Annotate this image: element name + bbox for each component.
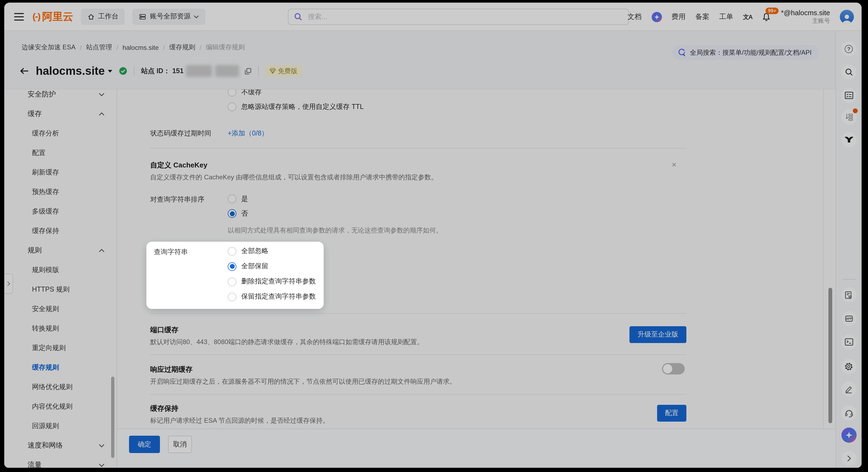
back-arrow-icon[interactable]: [20, 67, 29, 75]
sidebar-item-content-optimization-rules[interactable]: 内容优化规则: [4, 397, 117, 416]
query-string-label: 查询字符串: [154, 248, 188, 257]
sidebar-item-purge-cache[interactable]: 刷新缓存: [4, 163, 117, 182]
cachekey-section-desc: 自定义缓存文件的 CacheKey 由哪些信息组成，可以设置包含或者排除用户请求…: [150, 173, 437, 182]
sidebar-item-security-rules[interactable]: 安全规则: [4, 299, 117, 319]
checklist-icon[interactable]: [841, 88, 856, 103]
header-search-box[interactable]: [288, 9, 629, 25]
copy-icon[interactable]: [244, 67, 251, 74]
radio-selected-icon[interactable]: [228, 209, 237, 218]
radio-option-yes[interactable]: 是: [228, 191, 248, 207]
breadcrumb-item-site[interactable]: halocms.site: [123, 43, 159, 51]
radio-option-delete-specified[interactable]: 删除指定查询字符串参数: [228, 277, 316, 286]
sidebar-item-prefetch-cache[interactable]: 预热缓存: [4, 182, 117, 201]
help-icon[interactable]: ?: [841, 41, 856, 56]
notifications-bell-icon[interactable]: 99+: [762, 12, 771, 22]
chevron-down-icon: [99, 444, 105, 447]
notification-dot: [852, 108, 858, 113]
radio-icon[interactable]: [228, 292, 237, 301]
workbench-button[interactable]: 工作台: [81, 8, 125, 25]
breadcrumb: 边缘安全加速 ESA / 站点管理 / halocms.site / 缓存规则 …: [22, 43, 245, 52]
radio-icon[interactable]: [228, 102, 237, 111]
breadcrumb-item-cache-rules[interactable]: 缓存规则: [169, 43, 195, 52]
home-icon: [87, 13, 95, 20]
sidebar-item-cache-analysis[interactable]: 缓存分析: [4, 124, 117, 143]
sidebar-item-redirect-rules[interactable]: 重定向规则: [4, 338, 117, 358]
search-icon[interactable]: [841, 64, 856, 80]
task-list-icon[interactable]: [841, 109, 856, 125]
account-menu[interactable]: *@halocms.site 主账号: [781, 9, 830, 25]
form-footer-bar: 确定 取消: [117, 429, 835, 468]
radio-option-no[interactable]: 否: [228, 206, 248, 221]
nav-billing[interactable]: 费用: [672, 12, 686, 22]
bird-icon[interactable]: [841, 132, 856, 148]
sidebar-group-rules[interactable]: 规则: [4, 241, 117, 260]
confirm-button[interactable]: 确定: [129, 436, 160, 453]
global-search-pill[interactable]: 全局搜索：搜菜单/功能/规则配置/文档/API: [673, 45, 819, 60]
sidebar-scrollbar-thumb[interactable]: [111, 377, 114, 458]
sidebar-group-security[interactable]: 安全防护: [4, 89, 117, 104]
orders-icon[interactable]: [841, 287, 856, 303]
breadcrumb-item-site-management[interactable]: 站点管理: [86, 43, 112, 52]
radio-option-ignore-origin-ttl[interactable]: 忽略源站缓存策略，使用自定义缓存 TTL: [228, 99, 364, 114]
site-switcher-caret-icon[interactable]: [108, 70, 112, 72]
breadcrumb-item-esa[interactable]: 边缘安全加速 ESA: [22, 43, 75, 52]
sidebar-item-tiered-cache[interactable]: 多级缓存: [4, 201, 117, 221]
language-switch-icon[interactable]: 文A: [743, 13, 752, 21]
sidebar-item-transform-rules[interactable]: 转换规则: [4, 319, 117, 338]
radio-option-keep-all[interactable]: 全部保留: [228, 262, 268, 271]
chevron-up-icon: [99, 248, 105, 252]
radio-icon[interactable]: [228, 89, 237, 96]
app-icon[interactable]: APP: [841, 311, 856, 326]
nav-icp[interactable]: 备案: [695, 12, 709, 22]
logo-mark: (-): [33, 11, 40, 22]
content-edge-line: [823, 89, 824, 468]
account-resources-dropdown[interactable]: 账号全部资源: [132, 8, 206, 25]
ai-assistant-icon[interactable]: [651, 12, 662, 22]
sidebar-item-cache-rules[interactable]: 缓存规则: [4, 358, 117, 377]
section-divider: [150, 148, 686, 149]
sidebar-group-cache[interactable]: 缓存: [4, 104, 117, 124]
global-search-icon: [678, 49, 686, 57]
headset-icon[interactable]: [841, 405, 856, 420]
sidebar-item-rule-templates[interactable]: 规则模版: [4, 260, 117, 280]
nav-docs[interactable]: 文档: [627, 12, 642, 22]
radio-option-keep-specified[interactable]: 保留指定查询字符串参数: [228, 292, 316, 301]
sidebar-group-speed-network[interactable]: 速度和网络: [4, 436, 117, 455]
nav-tickets[interactable]: 工单: [719, 12, 733, 22]
sidebar-collapse-tab[interactable]: [4, 274, 13, 294]
sidebar-item-network-optimization-rules[interactable]: 网络优化规则: [4, 377, 117, 397]
chevron-right-icon[interactable]: [841, 451, 856, 466]
plan-badge: 免费版: [265, 65, 302, 77]
ai-star-icon[interactable]: [841, 428, 856, 443]
radio-option-no-cache[interactable]: 不缓存: [228, 89, 261, 100]
sidebar-item-cache-keep[interactable]: 缓存保持: [4, 221, 117, 241]
main-scrollbar-thumb[interactable]: [829, 288, 832, 423]
stale-cache-toggle[interactable]: [662, 363, 685, 374]
close-icon[interactable]: ×: [672, 160, 677, 168]
search-input[interactable]: [307, 12, 623, 21]
sidebar-item-origin-rules[interactable]: 回源规则: [4, 416, 117, 436]
aliyun-logo[interactable]: (-) 阿里云: [33, 9, 73, 24]
gear-icon[interactable]: [841, 359, 856, 374]
terminal-icon[interactable]: [841, 334, 856, 349]
sidebar-group-traffic[interactable]: 流量: [4, 455, 117, 468]
radio-icon[interactable]: [228, 277, 237, 286]
account-name: *@halocms.site: [781, 9, 830, 18]
radio-option-ignore-all[interactable]: 全部忽略: [228, 247, 268, 256]
radio-icon[interactable]: [228, 247, 237, 255]
port-cache-desc: 默认对访问80、443、8080端口的静态请求做缓存，其余的特殊端口如需缓存请用…: [150, 338, 424, 347]
pencil-icon[interactable]: [841, 381, 856, 397]
upgrade-enterprise-button[interactable]: 升级至企业版: [629, 326, 686, 343]
search-icon: [294, 12, 303, 21]
browser-window: (-) 阿里云 工作台 账号全部资源: [4, 3, 862, 468]
cancel-button[interactable]: 取消: [168, 436, 192, 453]
radio-selected-icon[interactable]: [228, 262, 237, 271]
radio-icon[interactable]: [228, 194, 237, 203]
hamburger-menu-icon[interactable]: [14, 13, 24, 20]
site-id-redacted-1: [186, 65, 212, 77]
sidebar-item-cache-config[interactable]: 配置: [4, 143, 117, 163]
sidebar-item-https-rules[interactable]: HTTPS 规则: [4, 280, 117, 299]
status-code-add-link[interactable]: +添加（0/8）: [228, 129, 268, 138]
avatar[interactable]: [840, 10, 854, 24]
cache-keep-config-button[interactable]: 配置: [657, 405, 686, 421]
